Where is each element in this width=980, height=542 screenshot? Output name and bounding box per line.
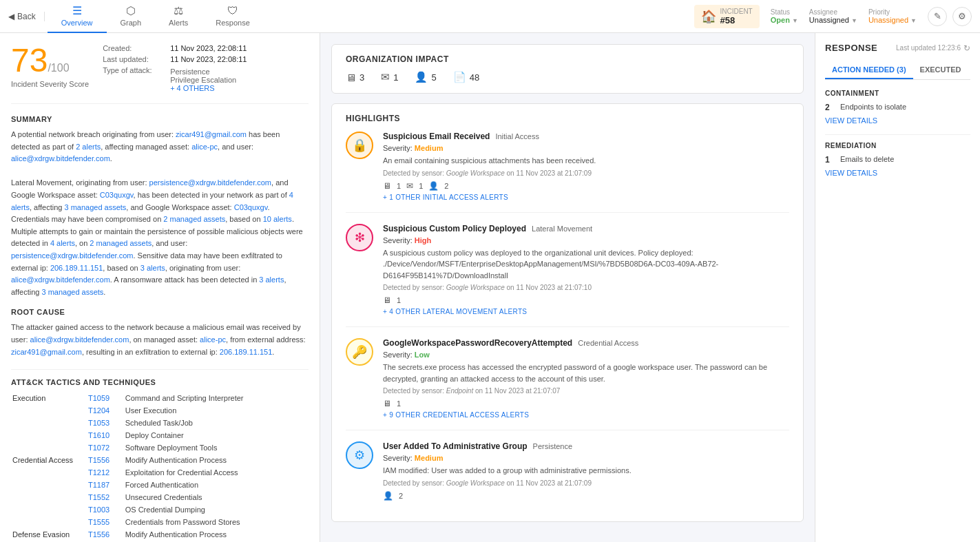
status-group[interactable]: Status Open ▼ [771,8,798,24]
assets-link-3[interactable]: 2 managed assets [90,239,152,247]
attack-id[interactable]: T1556 [88,456,110,464]
assets-link-2[interactable]: 2 managed assets [163,215,225,223]
last-updated: Last updated 12:23:6 ↻ [896,43,970,53]
user-link-2[interactable]: alice@xdrgw.bitdefender.com [11,154,110,163]
attack-desc: OS Credential Dumping [124,503,309,516]
highlight-icon: 🔑 [346,338,373,366]
score-denom: /100 [48,62,69,74]
asset-link-1[interactable]: alice-pc [191,143,218,151]
remediation-count: 1 [825,155,835,165]
highlights-card: HIGHLIGHTS 🔒 Suspicious Email Received I… [331,103,804,522]
refresh-icon[interactable]: ↻ [963,43,970,53]
alerts-link-3[interactable]: 10 alerts [263,215,292,223]
attack-category [11,479,87,491]
attack-category [11,404,87,417]
attack-id[interactable]: T1053 [88,419,110,427]
highlight-severity: Severity: Medium [383,454,789,462]
attack-id[interactable]: T1212 [88,468,110,477]
highlight-name: GoogleWorkspacePasswordRecoveryAttempted [383,338,572,348]
response-header: RESPONSE Last updated 12:23:6 ↻ [825,43,970,53]
user-link-1[interactable]: zicar491@gmail.com [176,130,247,138]
alert-more-link[interactable]: + 1 OTHER INITIAL ACCESS ALERTS [383,194,789,201]
asset-link-3[interactable]: C03quxgv [234,203,268,211]
alerts-link-5[interactable]: 3 alerts [140,264,165,272]
status-dropdown-arrow: ▼ [792,17,798,24]
attack-id[interactable]: T1556 [88,530,110,539]
priority-group[interactable]: Priority Unassigned ▼ [868,8,917,24]
assets-link-1[interactable]: 3 managed assets [64,203,126,211]
asset-link-2[interactable]: C03quxgv [100,191,134,199]
attack-category: Execution [11,392,87,404]
root-cause-text: The attacker gained access to the networ… [11,322,309,358]
tab-response-label: Response [216,19,250,27]
tab-action-needed[interactable]: ACTION NEEDED (3) [825,61,913,79]
containment-text: Endpoints to isolate [840,103,906,111]
rc-address-link[interactable]: zicar491@gmail.com [11,348,82,356]
rc-user-link-1[interactable]: alice@xdrgw.bitdefender.com [30,335,129,344]
attack-row: Credential Access T1556 Modify Authentic… [11,454,309,466]
assignee-group[interactable]: Assignee Unassigned ▼ [809,8,857,24]
status-value: Open [771,16,790,24]
containment-view-details[interactable]: VIEW DETAILS [825,116,970,125]
top-nav: ◀ Back ☰ Overview ⬡ Graph ⚖ Alerts 🛡 Res… [0,0,980,33]
attack-category: Defense Evasion [11,528,87,541]
user-link-4[interactable]: persistence@xdrgw.bitdefender.com [11,251,133,260]
attack-id[interactable]: T1003 [88,505,110,514]
highlight-item: ❇ Suspicious Custom Policy Deployed Late… [346,224,789,328]
user-link-3[interactable]: persistence@xdrgw.bitdefender.com [149,178,271,187]
left-panel: 73/100 Incident Severity Score Created: … [0,33,320,542]
highlight-sensor: Detected by sensor: Google Workspace on … [383,479,789,487]
back-button[interactable]: ◀ Back [8,12,45,21]
attack-category [11,417,87,429]
highlight-sensor: Detected by sensor: Google Workspace on … [383,284,789,291]
users-count: 5 [431,72,436,83]
devices-icon: 🖥 [346,72,356,83]
highlight-header: GoogleWorkspacePasswordRecoveryAttempted… [383,338,789,348]
attack-id[interactable]: T1552 [88,493,110,501]
alerts-link-6[interactable]: 3 alerts [259,275,284,284]
more-attacks-link[interactable]: + 4 OTHERS [170,84,215,92]
attack-id[interactable]: T1204 [88,406,110,415]
assets-link-4[interactable]: 3 managed assets [41,288,103,296]
alerts-link-1[interactable]: 2 alerts [76,143,101,151]
attack-table: Execution T1059 Command and Scripting In… [11,392,309,541]
created-label: Created: [103,44,165,52]
alert-more-link[interactable]: + 4 OTHER LATERAL MOVEMENT ALERTS [383,308,789,315]
remediation-text: Emails to delete [840,155,894,163]
attack-desc: Modify Authentication Process [124,454,309,466]
emails-count: 1 [393,72,398,83]
count-icon: 🖥 [383,399,391,408]
tab-response[interactable]: 🛡 Response [202,0,264,33]
user-link-5[interactable]: alice@xdrgw.bitdefender.com [11,275,110,284]
remediation-view-details[interactable]: VIEW DETAILS [825,169,970,177]
highlight-desc: IAM modified: User was added to a group … [383,465,789,477]
count-icon: 👤 [383,491,393,501]
attack-id[interactable]: T1072 [88,444,110,452]
highlight-counts: 🖥 1 ✉ 1 👤 2 [383,181,789,191]
attack-row: T1610 Deploy Container [11,429,309,441]
alerts-link-4[interactable]: 4 alerts [50,239,75,247]
graph-icon: ⬡ [126,4,136,17]
highlight-name: Suspicious Custom Policy Deployed [383,224,526,233]
attack-id[interactable]: T1610 [88,431,110,439]
alert-more-link[interactable]: + 9 OTHER CREDENTIAL ACCESS ALERTS [383,411,789,419]
rc-ip-link[interactable]: 206.189.11.151 [220,348,272,356]
settings-button[interactable]: ⚙ [952,7,972,26]
attack-id[interactable]: T1187 [88,481,110,489]
incident-badge: 🏠 INCIDENT #58 [694,5,760,28]
org-impact-card: ORGANIZATION IMPACT 🖥 3 ✉ 1 👤 5 📄 48 [331,44,804,94]
attack-id[interactable]: T1555 [88,518,110,526]
rc-asset-link[interactable]: alice-pc [200,335,226,344]
tab-graph[interactable]: ⬡ Graph [107,0,156,33]
highlight-content: Suspicious Custom Policy Deployed Latera… [383,224,789,316]
tab-overview[interactable]: ☰ Overview [48,0,107,33]
ip-link-1[interactable]: 206.189.11.151 [50,264,103,272]
edit-button[interactable]: ✎ [928,7,947,26]
updated-label: Last updated: [103,55,165,63]
attack-id[interactable]: T1059 [88,394,110,402]
org-impact-title: ORGANIZATION IMPACT [346,54,789,64]
attack-desc: Unsecured Credentials [124,491,309,503]
tab-executed[interactable]: EXECUTED [913,61,968,79]
tab-alerts[interactable]: ⚖ Alerts [155,0,202,33]
response-title: RESPONSE [825,43,877,53]
